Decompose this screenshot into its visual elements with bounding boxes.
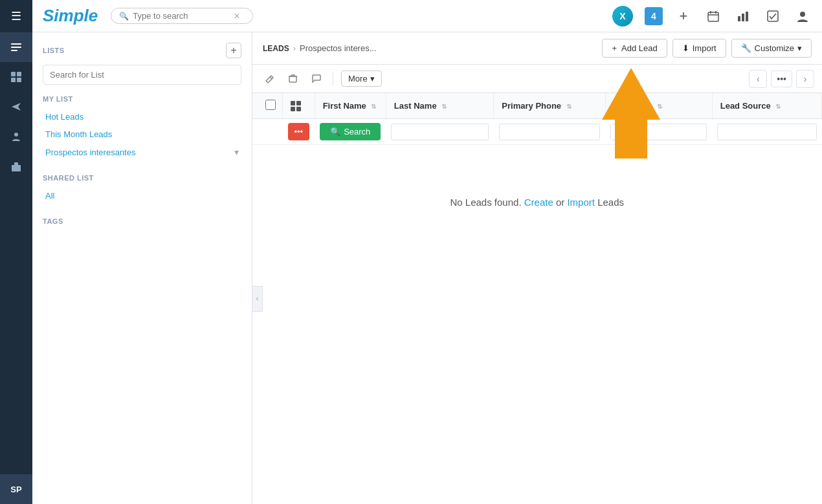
calendar-icon[interactable] xyxy=(704,7,722,25)
no-leads-row: No Leads found. Create or Import Leads xyxy=(252,145,822,260)
svg-rect-6 xyxy=(17,78,21,82)
lists-section-header: LISTS + xyxy=(43,43,241,58)
menu-icon[interactable]: ☰ xyxy=(0,0,32,32)
nav-item-companies[interactable] xyxy=(0,151,32,181)
num4-icon[interactable]: 4 xyxy=(645,7,663,25)
svg-line-18 xyxy=(270,77,272,79)
add-lead-button[interactable]: + Add Lead xyxy=(602,39,667,58)
chevron-down-icon: ▾ xyxy=(234,147,239,157)
main-container: LISTS + MY LIST Hot Leads This Month Lea… xyxy=(32,32,822,504)
import-button[interactable]: ⬇ Import xyxy=(672,39,726,58)
search-btn-icon: 🔍 xyxy=(330,127,340,137)
app-logo: Simple xyxy=(43,6,98,26)
select-all-checkbox[interactable] xyxy=(265,100,276,110)
lead-source-filter[interactable] xyxy=(717,124,816,140)
svg-rect-16 xyxy=(768,11,778,21)
next-page-button[interactable]: › xyxy=(796,70,814,88)
svg-rect-15 xyxy=(746,12,748,21)
shared-list-title: SHARED LIST xyxy=(43,174,241,182)
nav-bar: ☰ SP xyxy=(0,0,32,504)
svg-rect-0 xyxy=(11,43,21,45)
grid-view-icon[interactable] xyxy=(291,101,301,111)
more-chevron-icon: ▾ xyxy=(370,74,375,83)
edit-icon[interactable] xyxy=(260,70,278,88)
collapse-sidebar-button[interactable]: ‹ xyxy=(252,286,263,312)
svg-rect-2 xyxy=(11,50,17,51)
sidebar: LISTS + MY LIST Hot Leads This Month Lea… xyxy=(32,32,252,504)
tags-title: TAGS xyxy=(43,217,241,225)
lists-title: LISTS xyxy=(43,47,65,54)
col-primary-phone[interactable]: Primary Phone ⇅ xyxy=(494,93,605,119)
sort-company-icon: ⇅ xyxy=(657,103,662,110)
table-container: ‹ First Name xyxy=(252,93,822,504)
plus-icon: + xyxy=(612,43,617,53)
svg-rect-4 xyxy=(17,72,21,76)
sort-last-name-icon: ⇅ xyxy=(441,103,447,110)
sort-lead-source-icon: ⇅ xyxy=(775,103,781,110)
header-right: X 4 + xyxy=(612,6,812,27)
breadcrumb-current: Prospectos interes... xyxy=(300,43,377,53)
toolbar: More ▾ ‹ ••• › xyxy=(252,65,822,93)
svg-rect-5 xyxy=(11,78,16,82)
comment-icon[interactable] xyxy=(307,70,325,88)
nav-item-campaigns[interactable] xyxy=(0,92,32,122)
search-input[interactable] xyxy=(133,11,230,21)
chart-icon[interactable] xyxy=(734,7,752,25)
prev-page-button[interactable]: ‹ xyxy=(749,70,767,88)
filter-button[interactable]: ••• xyxy=(288,123,310,140)
svg-point-7 xyxy=(14,133,18,137)
global-search-bar: 🔍 ✕ xyxy=(111,8,253,24)
last-name-filter[interactable] xyxy=(391,124,488,140)
leads-table: First Name ⇅ Last Name ⇅ Primary Phone ⇅ xyxy=(252,93,822,259)
create-link[interactable]: Create xyxy=(524,197,553,208)
add-list-button[interactable]: + xyxy=(226,43,241,58)
list-item-prospectos[interactable]: Prospectos interesantes ▾ xyxy=(43,143,241,161)
list-item-hot-leads[interactable]: Hot Leads xyxy=(43,108,241,126)
search-list-input[interactable] xyxy=(43,65,241,85)
col-checkbox xyxy=(252,93,283,119)
svg-rect-9 xyxy=(708,12,718,21)
company-filter[interactable] xyxy=(610,124,707,140)
nav-item-leads[interactable] xyxy=(0,32,32,62)
nav-item-contacts[interactable] xyxy=(0,62,32,92)
breadcrumb: LEADS › Prospectos interes... xyxy=(263,43,377,53)
xero-icon[interactable]: X xyxy=(612,6,633,27)
delete-icon[interactable] xyxy=(283,70,302,88)
toolbar-right: ‹ ••• › xyxy=(749,70,814,88)
my-list-title: MY LIST xyxy=(43,95,241,103)
more-options-button[interactable]: ••• xyxy=(771,71,792,87)
breadcrumb-bar: LEADS › Prospectos interes... + Add Lead… xyxy=(252,32,822,65)
svg-rect-3 xyxy=(11,72,16,76)
svg-rect-1 xyxy=(11,47,21,48)
nav-item-people[interactable] xyxy=(0,122,32,151)
sort-phone-icon: ⇅ xyxy=(566,103,572,110)
svg-rect-14 xyxy=(742,14,744,21)
content-area: LEADS › Prospectos interes... + Add Lead… xyxy=(252,32,822,504)
import-link[interactable]: Import xyxy=(567,197,595,208)
search-button[interactable]: 🔍 Search xyxy=(320,123,381,140)
breadcrumb-actions: + Add Lead ⬇ Import 🔧 Customize ▾ xyxy=(602,39,812,58)
customize-button[interactable]: 🔧 Customize ▾ xyxy=(731,39,812,58)
user-icon[interactable] xyxy=(794,7,812,25)
more-button[interactable]: More ▾ xyxy=(341,71,382,87)
add-icon[interactable]: + xyxy=(674,7,693,25)
header: Simple 🔍 ✕ X 4 + xyxy=(32,0,822,32)
list-item-all[interactable]: All xyxy=(43,187,241,204)
search-icon: 🔍 xyxy=(119,12,129,21)
check-icon[interactable] xyxy=(764,7,782,25)
col-last-name[interactable]: Last Name ⇅ xyxy=(386,93,493,119)
svg-point-17 xyxy=(800,12,805,17)
col-lead-source[interactable]: Lead Source ⇅ xyxy=(712,93,821,119)
import-icon: ⬇ xyxy=(682,43,689,53)
clear-icon[interactable]: ✕ xyxy=(234,12,240,21)
col-first-name[interactable]: First Name ⇅ xyxy=(315,93,386,119)
col-company[interactable]: Company ⇅ xyxy=(605,93,712,119)
list-item-this-month[interactable]: This Month Leads xyxy=(43,126,241,143)
breadcrumb-separator: › xyxy=(293,43,296,53)
svg-rect-19 xyxy=(289,76,296,82)
phone-filter[interactable] xyxy=(499,124,600,140)
toolbar-divider xyxy=(333,72,333,85)
col-grid xyxy=(283,93,315,119)
sort-first-name-icon: ⇅ xyxy=(371,103,376,110)
nav-item-sp[interactable]: SP xyxy=(0,474,32,504)
